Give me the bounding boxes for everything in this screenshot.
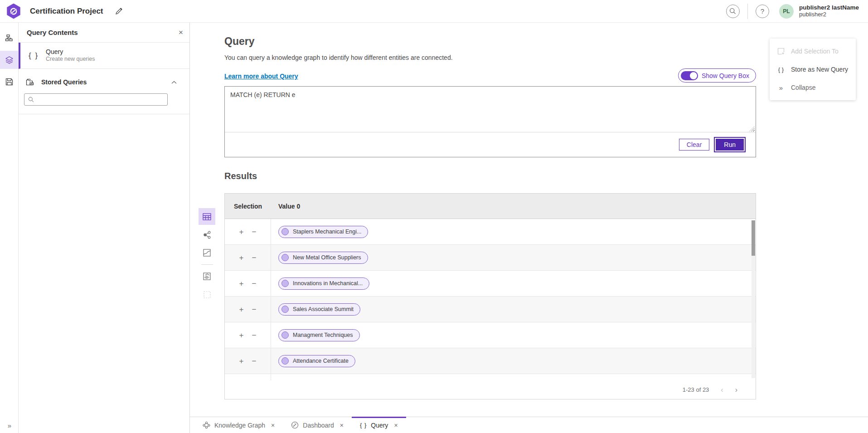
entity-pill[interactable]: Managment Techniques — [278, 329, 360, 341]
left-icon-rail: » — [0, 23, 19, 433]
remove-from-selection-button[interactable]: − — [251, 280, 257, 287]
entity-pill[interactable]: Innovations in Mechanical... — [278, 277, 369, 290]
entity-pill[interactable]: Sales Associate Summit — [278, 303, 360, 316]
data-model-button[interactable] — [0, 29, 18, 47]
topbar-divider — [747, 4, 748, 19]
stored-queries-search[interactable] — [24, 93, 168, 106]
search-icon — [729, 8, 736, 15]
user-username: publisher2 — [799, 11, 859, 18]
remove-from-selection-button[interactable]: − — [251, 357, 257, 365]
save-button[interactable] — [0, 73, 18, 91]
user-avatar[interactable]: PL — [779, 4, 794, 19]
table-row: +− New Metal Office Suppliers — [225, 245, 756, 271]
search-icon — [28, 97, 37, 102]
table-pagination: 1-23 of 23 ‹ › — [225, 380, 756, 399]
scrollbar-thumb[interactable] — [752, 220, 755, 256]
stored-queries-search-input[interactable] — [37, 96, 164, 103]
table-row: +− Attendance Certificate — [225, 348, 756, 374]
add-to-selection-button[interactable]: + — [238, 357, 245, 365]
knowledge-graph-icon — [203, 421, 210, 429]
add-to-selection-button[interactable]: + — [238, 306, 245, 313]
remove-from-selection-button[interactable]: − — [251, 306, 257, 313]
resize-handle[interactable] — [225, 127, 756, 132]
entity-dot-icon — [281, 280, 289, 287]
expand-rail-icon[interactable]: » — [8, 422, 10, 429]
map-icon — [203, 249, 211, 257]
stored-queries-label: Stored Queries — [41, 78, 87, 86]
results-table: Selection Value 0 +− Staplers Mechanical… — [224, 193, 756, 399]
table-row: +− Firebird Tick... — [225, 374, 756, 380]
add-to-selection-button[interactable]: + — [238, 331, 245, 339]
column-header-selection: Selection — [225, 203, 271, 210]
remove-from-selection-button[interactable]: − — [251, 254, 257, 262]
close-tab-icon[interactable]: × — [340, 422, 344, 429]
close-tab-icon[interactable]: × — [271, 422, 275, 429]
query-input[interactable]: MATCH (e) RETURN e — [225, 87, 756, 127]
table-header: Selection Value 0 — [225, 194, 756, 219]
project-title: Certification Project — [30, 7, 103, 16]
view-tab-bar: Knowledge Graph × Dashboard × { } Query … — [190, 417, 868, 433]
braces-icon: { } — [360, 422, 367, 428]
map-view-button[interactable] — [199, 244, 215, 261]
add-to-selection-button[interactable]: + — [238, 280, 245, 287]
table-row: +− Staplers Mechanical Engi... — [225, 219, 756, 245]
tab-query[interactable]: { } Query × — [352, 417, 406, 433]
next-page-icon[interactable]: › — [735, 386, 737, 394]
tab-dashboard[interactable]: Dashboard × — [283, 417, 352, 433]
user-menu[interactable]: publisher2 lastName publisher2 — [799, 5, 862, 18]
add-to-selection-button[interactable]: + — [238, 254, 245, 262]
dashboard-icon — [291, 421, 299, 429]
link-chart-icon — [203, 231, 211, 239]
app-logo-icon[interactable] — [6, 4, 21, 19]
toggle-switch-icon — [681, 71, 698, 80]
table-scrollbar[interactable] — [752, 220, 755, 378]
menu-item-collapse[interactable]: » Collapse — [770, 78, 856, 97]
entity-pill[interactable]: Attendance Certificate — [278, 355, 355, 367]
layers-icon — [5, 56, 14, 64]
menu-item-store-as-new-query[interactable]: { } Store as New Query — [770, 60, 856, 78]
run-button[interactable]: Run — [716, 139, 744, 151]
show-query-box-toggle[interactable]: Show Query Box — [678, 68, 756, 83]
contents-button[interactable] — [0, 51, 18, 69]
add-view-button-disabled — [199, 286, 215, 303]
add-to-selection-button[interactable]: + — [238, 228, 245, 236]
table-view-button[interactable] — [199, 208, 215, 225]
map-layers-icon — [203, 272, 211, 280]
query-contents-item-query[interactable]: { } Query Create new queries — [19, 43, 189, 69]
help-button[interactable]: ? — [756, 5, 769, 18]
query-box: MATCH (e) RETURN e Clear Run — [224, 86, 756, 157]
entity-pill[interactable]: Staplers Mechanical Engi... — [278, 226, 368, 238]
query-item-subtitle: Create new queries — [46, 56, 95, 63]
remove-from-selection-button[interactable]: − — [251, 331, 257, 339]
column-header-value0: Value 0 — [271, 203, 756, 210]
stored-queries-header[interactable]: Stored Queries — [19, 69, 189, 91]
edit-title-icon[interactable] — [115, 7, 123, 15]
search-button[interactable] — [726, 5, 740, 18]
link-chart-view-button[interactable] — [199, 226, 215, 243]
folder-icon — [26, 78, 41, 86]
tab-knowledge-graph[interactable]: Knowledge Graph × — [194, 417, 283, 433]
hierarchy-icon — [5, 34, 13, 42]
table-icon — [203, 213, 211, 220]
new-map-view-button[interactable] — [199, 268, 215, 285]
table-row: +− Managment Techniques — [225, 322, 756, 348]
remove-from-selection-button[interactable]: − — [251, 228, 257, 236]
learn-more-link[interactable]: Learn more about Query — [224, 73, 298, 80]
dashed-frame-icon — [204, 291, 211, 298]
previous-page-icon[interactable]: ‹ — [721, 386, 723, 394]
show-query-box-label: Show Query Box — [702, 72, 749, 79]
braces-icon: { } — [777, 66, 785, 73]
help-icon: ? — [761, 7, 764, 15]
query-heading: Query — [224, 35, 756, 48]
entity-dot-icon — [281, 254, 289, 261]
table-body: +− Staplers Mechanical Engi... +− New Me… — [225, 219, 756, 380]
panel-close-icon[interactable]: × — [179, 29, 183, 36]
entity-dot-icon — [281, 228, 289, 235]
clear-button[interactable]: Clear — [679, 139, 709, 151]
close-tab-icon[interactable]: × — [394, 422, 398, 429]
results-view-toolbar — [199, 208, 215, 304]
entity-pill[interactable]: New Metal Office Suppliers — [278, 252, 368, 264]
query-item-title: Query — [46, 48, 95, 56]
query-options-menu: Add Selection To { } Store as New Query … — [770, 39, 856, 100]
chevron-up-icon[interactable] — [171, 78, 183, 86]
